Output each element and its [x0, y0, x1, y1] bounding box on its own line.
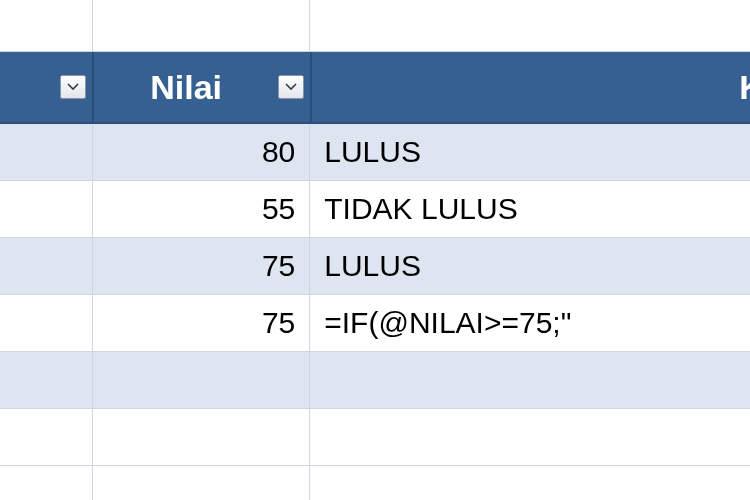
- data-cell-nilai[interactable]: 80: [93, 124, 310, 181]
- spreadsheet-table: Nilai Ket 80 LULUS 55 TIDAK LULUS 75 LUL…: [0, 0, 750, 500]
- blank-cell[interactable]: [93, 466, 310, 500]
- data-cell-ket[interactable]: =IF(@NILAI>=75;": [310, 295, 750, 352]
- spacer-row: [0, 0, 750, 52]
- chevron-down-icon: [285, 83, 297, 91]
- data-cell[interactable]: [0, 295, 93, 352]
- cell-value: LULUS: [324, 135, 421, 169]
- data-cell-ket[interactable]: LULUS: [310, 124, 750, 181]
- data-cell-nilai[interactable]: 55: [93, 181, 310, 238]
- data-cell-nilai[interactable]: 75: [93, 238, 310, 295]
- cell-value: 75: [262, 249, 295, 283]
- data-cell[interactable]: [0, 352, 93, 409]
- cell-value: 55: [262, 192, 295, 226]
- data-cell-ket[interactable]: LULUS: [310, 238, 750, 295]
- chevron-down-icon: [67, 83, 79, 91]
- blank-cell[interactable]: [0, 409, 93, 466]
- cell-value: LULUS: [324, 249, 421, 283]
- header-label: Nilai: [150, 68, 222, 107]
- data-cell[interactable]: [0, 124, 93, 181]
- data-cell[interactable]: [310, 352, 750, 409]
- data-cell-nilai[interactable]: 75: [93, 295, 310, 352]
- data-cell[interactable]: [93, 352, 310, 409]
- cell-value: =IF(@NILAI>=75;": [324, 306, 571, 340]
- cell-value: 80: [262, 135, 295, 169]
- blank-cell[interactable]: [0, 0, 93, 52]
- blank-cell[interactable]: [310, 0, 750, 52]
- header-label: Ket: [739, 68, 750, 107]
- data-cell[interactable]: [0, 238, 93, 295]
- blank-cell[interactable]: [93, 0, 310, 52]
- blank-cell[interactable]: [93, 409, 310, 466]
- filter-dropdown-button[interactable]: [60, 75, 86, 99]
- blank-cell[interactable]: [310, 466, 750, 500]
- cell-value: TIDAK LULUS: [324, 192, 517, 226]
- header-cell-ket[interactable]: Ket: [312, 52, 750, 124]
- table-row: 75 LULUS: [0, 238, 750, 295]
- blank-cell[interactable]: [310, 409, 750, 466]
- cell-value: 75: [262, 306, 295, 340]
- header-cell-nilai[interactable]: Nilai: [94, 52, 312, 124]
- table-row: 80 LULUS: [0, 124, 750, 181]
- filter-dropdown-button[interactable]: [278, 75, 304, 99]
- data-cell[interactable]: [0, 181, 93, 238]
- data-cell-ket[interactable]: TIDAK LULUS: [310, 181, 750, 238]
- header-cell-a[interactable]: [0, 52, 94, 124]
- blank-row: [0, 409, 750, 466]
- table-row: [0, 352, 750, 409]
- header-row: Nilai Ket: [0, 52, 750, 124]
- table-row: 55 TIDAK LULUS: [0, 181, 750, 238]
- blank-row: [0, 466, 750, 500]
- blank-cell[interactable]: [0, 466, 93, 500]
- table-row: 75 =IF(@NILAI>=75;": [0, 295, 750, 352]
